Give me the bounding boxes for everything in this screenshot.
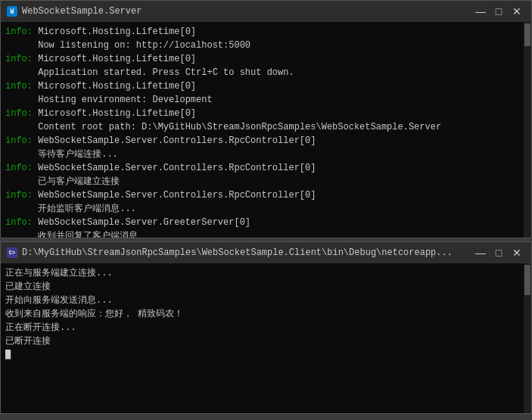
console-line: 收到来自服务端的响应：您好， 精致码农！ xyxy=(5,307,519,321)
server-window-icon: W xyxy=(7,6,17,17)
console-line: 已与客户端建立连接 xyxy=(5,175,519,188)
client-window-icon: C> xyxy=(7,247,17,258)
client-console-content[interactable]: 正在与服务端建立连接...已建立连接开始向服务端发送消息...收到来自服务端的响… xyxy=(1,263,524,413)
server-title-bar: W WebSocketSample.Server — □ ✕ xyxy=(1,1,531,22)
console-line: 已建立连接 xyxy=(5,280,519,294)
console-line: 等待客户端连接... xyxy=(5,148,519,161)
server-scrollbar-thumb[interactable] xyxy=(524,23,530,46)
console-line: 正在断开连接... xyxy=(5,321,519,334)
console-line: █ xyxy=(5,348,519,362)
server-minimize-button[interactable]: — xyxy=(472,4,489,19)
client-window: C> D:\MyGitHub\StreamJsonRpcSamples\WebS… xyxy=(0,241,532,414)
console-line: info: WebSocketSample.Server.GreeterServ… xyxy=(5,216,519,229)
console-line: info: Microsoft.Hosting.Lifetime[0] xyxy=(5,79,519,93)
console-line: Hosting environment: Development xyxy=(5,93,519,107)
console-line: Now listening on: http://localhost:5000 xyxy=(5,39,519,52)
console-line: 正在与服务端建立连接... xyxy=(5,266,519,280)
server-maximize-button[interactable]: □ xyxy=(490,4,507,19)
server-console-content[interactable]: info: Microsoft.Hosting.Lifetime[0] Now … xyxy=(1,22,524,238)
console-line: info: Microsoft.Hosting.Lifetime[0] xyxy=(5,107,519,120)
server-scrollbar[interactable] xyxy=(524,22,531,238)
console-line: 已断开连接 xyxy=(5,334,519,348)
client-console-area: 正在与服务端建立连接...已建立连接开始向服务端发送消息...收到来自服务端的响… xyxy=(1,263,531,413)
server-close-button[interactable]: ✕ xyxy=(509,4,525,19)
client-close-button[interactable]: ✕ xyxy=(509,245,525,260)
console-line: 开始向服务端发送消息... xyxy=(5,294,519,307)
client-scrollbar-thumb[interactable] xyxy=(524,265,530,295)
console-line: 开始监听客户端消息... xyxy=(5,202,519,216)
console-line: info: Microsoft.Hosting.Lifetime[0] xyxy=(5,52,519,66)
console-line: 收到并回复了客户端消息 xyxy=(5,229,519,238)
server-window-controls: — □ ✕ xyxy=(472,4,525,19)
server-console-area: info: Microsoft.Hosting.Lifetime[0] Now … xyxy=(1,22,531,238)
console-line: Content root path: D:\MyGitHub\StreamJso… xyxy=(5,120,519,134)
client-maximize-button[interactable]: □ xyxy=(490,245,507,260)
console-line: info: WebSocketSample.Server.Controllers… xyxy=(5,134,519,148)
console-line: info: Microsoft.Hosting.Lifetime[0] xyxy=(5,25,519,39)
client-title-bar: C> D:\MyGitHub\StreamJsonRpcSamples\WebS… xyxy=(1,242,531,263)
console-line: info: WebSocketSample.Server.Controllers… xyxy=(5,161,519,175)
console-line: info: WebSocketSample.Server.Controllers… xyxy=(5,188,519,202)
client-scrollbar[interactable] xyxy=(524,263,531,413)
server-window: W WebSocketSample.Server — □ ✕ info: Mic… xyxy=(0,0,532,238)
client-minimize-button[interactable]: — xyxy=(472,245,489,260)
server-window-title: WebSocketSample.Server xyxy=(22,6,468,17)
console-line: Application started. Press Ctrl+C to shu… xyxy=(5,66,519,79)
client-window-controls: — □ ✕ xyxy=(472,245,525,260)
client-window-title: D:\MyGitHub\StreamJsonRpcSamples\WebSock… xyxy=(22,247,468,258)
